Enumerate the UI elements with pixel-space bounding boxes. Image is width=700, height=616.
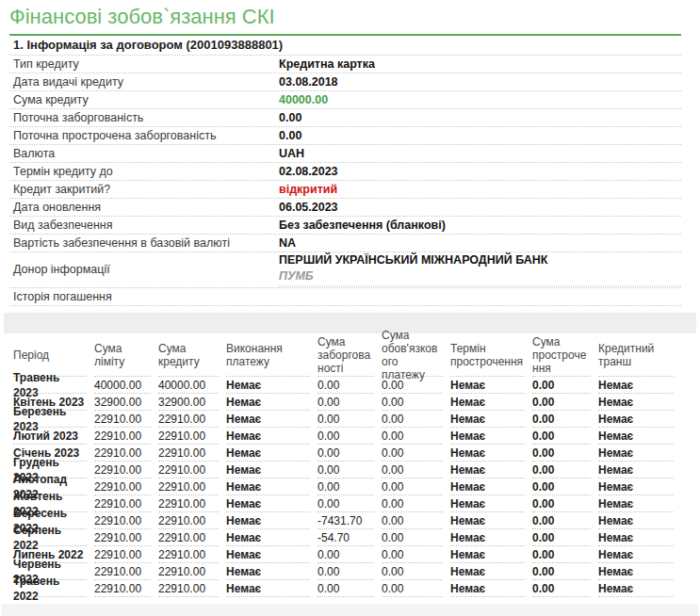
detail-row: Дата видачі кредиту 03.08.2018	[9, 73, 681, 91]
cell-payment-execution: Немає	[226, 394, 310, 411]
cell-debt: -7431.70	[317, 512, 374, 529]
cell-limit: 22910.00	[94, 512, 151, 529]
detail-label: Сума кредиту	[9, 93, 279, 107]
cell-mandatory-payment: 0.00	[382, 563, 443, 580]
cell-credit: 22910.00	[158, 478, 219, 495]
history-row: Листопад 202222910.0022910.00Немає0.000.…	[9, 478, 681, 495]
cell-overdue-sum: 0.00	[532, 428, 591, 445]
cell-mandatory-payment: 0.00	[382, 580, 443, 597]
section-heading: 1. Інформація за договором (200109388880…	[9, 36, 681, 56]
cell-overdue-term: Немає	[450, 377, 525, 394]
history-row: Липень 202222910.0022910.00Немає0.000.00…	[9, 546, 681, 563]
cell-credit: 22910.00	[158, 512, 219, 529]
detail-row: Дата оновлення 06.05.2023	[9, 199, 681, 217]
detail-label: Тип кредиту	[9, 57, 279, 72]
cell-tranche: Немає	[598, 411, 674, 428]
cell-credit: 22910.00	[158, 428, 219, 445]
cell-debt: 0.00	[317, 377, 374, 394]
cell-credit: 40000.00	[158, 377, 219, 394]
history-row: Вересень 202222910.0022910.00Немає-7431.…	[9, 512, 681, 529]
cell-overdue-sum: 0.00	[532, 377, 591, 394]
cell-mandatory-payment: 0.00	[382, 394, 443, 411]
cell-debt: -54.70	[317, 529, 374, 546]
cell-overdue-sum: 0.00	[532, 580, 591, 597]
detail-value: Кредитна картка	[279, 57, 681, 72]
column-header: Сума заборгованості	[317, 333, 374, 377]
history-row: Серпень 202222910.0022910.00Немає-54.700…	[9, 529, 681, 546]
column-header: Сума кредиту	[158, 333, 219, 377]
cell-credit: 22910.00	[158, 546, 219, 563]
history-row: Жовтень 202222910.0022910.00Немає0.000.0…	[9, 495, 681, 512]
cell-overdue-sum: 0.00	[532, 512, 591, 529]
detail-label: Вид забезпечення	[9, 219, 279, 233]
detail-label: Поточна прострочена заборгованість	[9, 129, 279, 143]
history-row: Травень 202222910.0022910.00Немає0.000.0…	[9, 580, 681, 597]
cell-mandatory-payment: 0.00	[382, 512, 443, 529]
cell-payment-execution: Немає	[226, 512, 310, 529]
detail-label: Дата оновлення	[9, 201, 279, 215]
detail-row: Вартість забезпечення в базовій валюті N…	[9, 235, 681, 252]
detail-row: Вид забезпечення Без забезпечення (бланк…	[9, 217, 681, 235]
cell-overdue-sum: 0.00	[532, 411, 591, 428]
payment-history-table: ПеріодСума лімітуСума кредитуВиконання п…	[9, 333, 681, 597]
detail-row: Історія погашення	[9, 288, 681, 306]
cell-limit: 22910.00	[94, 529, 151, 546]
cell-payment-execution: Немає	[226, 445, 310, 462]
detail-value: NA	[279, 236, 681, 251]
detail-label: Дата видачі кредиту	[9, 75, 279, 89]
cell-limit: 22910.00	[94, 445, 151, 462]
cell-mandatory-payment: 0.00	[382, 377, 443, 394]
cell-tranche: Немає	[598, 394, 674, 411]
cell-limit: 22910.00	[94, 478, 151, 495]
cell-mandatory-payment: 0.00	[382, 411, 443, 428]
cell-overdue-sum: 0.00	[532, 546, 591, 563]
column-header: Сума ліміту	[94, 333, 151, 377]
cell-credit: 22910.00	[158, 580, 219, 597]
cell-payment-execution: Немає	[226, 428, 310, 445]
cell-overdue-term: Немає	[450, 428, 525, 445]
detail-label: Донор інформації	[9, 263, 279, 277]
detail-subvalue: ПУМБ	[279, 269, 681, 286]
cell-overdue-sum: 0.00	[532, 462, 591, 478]
detail-value: UAH	[279, 147, 681, 161]
cell-overdue-term: Немає	[450, 512, 525, 529]
cell-overdue-term: Немає	[450, 563, 525, 580]
cell-tranche: Немає	[598, 445, 674, 462]
cell-limit: 22910.00	[94, 411, 151, 428]
cell-overdue-term: Немає	[450, 411, 525, 428]
cell-payment-execution: Немає	[226, 529, 310, 546]
cell-overdue-sum: 0.00	[532, 445, 591, 462]
history-table-header: ПеріодСума лімітуСума кредитуВиконання п…	[9, 333, 681, 377]
cell-limit: 22910.00	[94, 546, 151, 563]
history-row: Березень 202322910.0022910.00Немає0.000.…	[9, 411, 681, 428]
cell-debt: 0.00	[317, 580, 374, 597]
cell-credit: 22910.00	[158, 462, 219, 478]
column-header: Сума обов'язкового платежу	[382, 333, 443, 377]
cell-overdue-sum: 0.00	[532, 478, 591, 495]
cell-payment-execution: Немає	[226, 377, 310, 394]
cell-period: Березень 2023	[13, 411, 87, 428]
cell-credit: 32900.00	[158, 394, 219, 411]
cell-limit: 22910.00	[94, 495, 151, 512]
history-table-body: Травень 202340000.0040000.00Немає0.000.0…	[9, 377, 681, 597]
detail-row: Валюта UAH	[9, 145, 681, 163]
cell-payment-execution: Немає	[226, 411, 310, 428]
cell-overdue-sum: 0.00	[532, 495, 591, 512]
detail-label: Термін кредиту до	[9, 165, 279, 179]
horizontal-scrollbar-track[interactable]	[2, 604, 698, 616]
cell-tranche: Немає	[598, 377, 674, 394]
cell-debt: 0.00	[317, 462, 374, 478]
cell-overdue-term: Немає	[450, 478, 525, 495]
contract-details: Тип кредиту Кредитна картка Дата видачі …	[9, 56, 681, 306]
cell-debt: 0.00	[317, 478, 374, 495]
detail-label: Валюта	[9, 147, 279, 161]
history-row: Червень 202222910.0022910.00Немає0.000.0…	[9, 563, 681, 580]
cell-debt: 0.00	[317, 563, 374, 580]
cell-tranche: Немає	[598, 546, 674, 563]
cell-overdue-sum: 0.00	[532, 394, 591, 411]
cell-period: Серпень 2022	[13, 529, 87, 546]
cell-tranche: Немає	[598, 580, 674, 597]
table-top-band	[4, 313, 696, 333]
cell-tranche: Немає	[598, 563, 674, 580]
cell-mandatory-payment: 0.00	[382, 428, 443, 445]
